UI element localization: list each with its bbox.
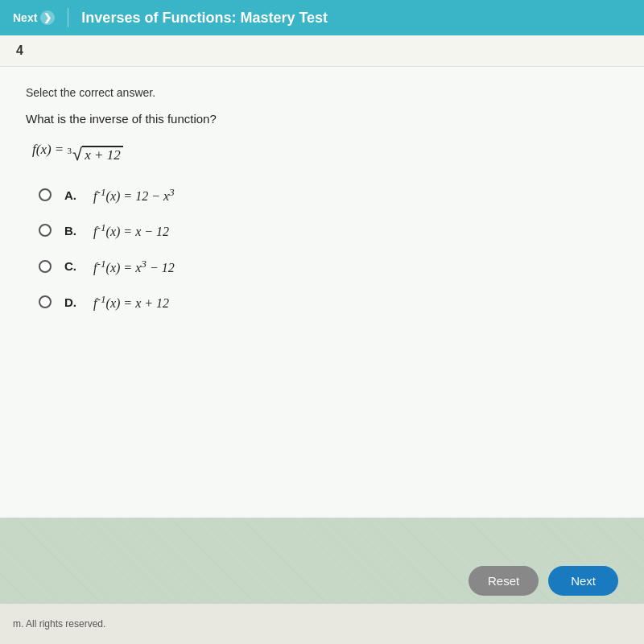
- option-row-c[interactable]: C. f-1(x) = x3 − 12: [39, 258, 618, 275]
- cube-root-expression: 3 √ x + 12: [68, 146, 123, 163]
- option-math-b: f-1(x) = x − 12: [93, 221, 169, 239]
- footer-text: m. All rights reserved.: [13, 618, 105, 630]
- options-container: A. f-1(x) = 12 − x3 B. f-1(x) = x − 12 C…: [39, 186, 618, 311]
- radical-content: x + 12: [82, 146, 123, 163]
- footer: m. All rights reserved.: [0, 604, 644, 644]
- option-label-a: A.: [64, 188, 80, 202]
- page-title: Inverses of Functions: Mastery Test: [81, 10, 328, 27]
- option-label-d: D.: [64, 295, 80, 309]
- radio-a[interactable]: [39, 188, 52, 201]
- next-arrow-icon: ❯: [40, 10, 55, 25]
- radical-index: 3: [68, 146, 72, 155]
- radio-c[interactable]: [39, 260, 52, 273]
- radio-d[interactable]: [39, 295, 52, 308]
- next-label: Next: [13, 11, 37, 24]
- function-display: f(x) = 3 √ x + 12: [32, 142, 618, 163]
- option-row-d[interactable]: D. f-1(x) = x + 12: [39, 293, 618, 311]
- option-math-d: f-1(x) = x + 12: [93, 293, 169, 311]
- radical-symbol: √: [72, 146, 82, 163]
- option-row-a[interactable]: A. f-1(x) = 12 − x3: [39, 186, 618, 204]
- bottom-actions: Reset Next: [469, 566, 618, 596]
- content-area: Select the correct answer. What is the i…: [0, 67, 644, 518]
- option-math-a: f-1(x) = 12 − x3: [93, 186, 175, 204]
- radio-b[interactable]: [39, 224, 52, 237]
- question-number-bar: 4: [0, 35, 644, 67]
- option-math-c: f-1(x) = x3 − 12: [93, 258, 175, 275]
- question-text: What is the inverse of this function?: [26, 112, 618, 126]
- option-row-b[interactable]: B. f-1(x) = x − 12: [39, 221, 618, 239]
- header-divider: [68, 8, 68, 27]
- function-fx: f(x) =: [32, 142, 68, 157]
- main-wrapper: 4 Select the correct answer. What is the…: [0, 35, 644, 518]
- question-number: 4: [16, 43, 23, 57]
- header-next-button[interactable]: Next ❯: [13, 10, 55, 25]
- reset-button[interactable]: Reset: [469, 566, 539, 596]
- option-label-c: C.: [64, 259, 80, 273]
- header-bar: Next ❯ Inverses of Functions: Mastery Te…: [0, 0, 644, 35]
- option-label-b: B.: [64, 224, 80, 237]
- next-button[interactable]: Next: [548, 566, 618, 596]
- instruction-text: Select the correct answer.: [26, 86, 618, 99]
